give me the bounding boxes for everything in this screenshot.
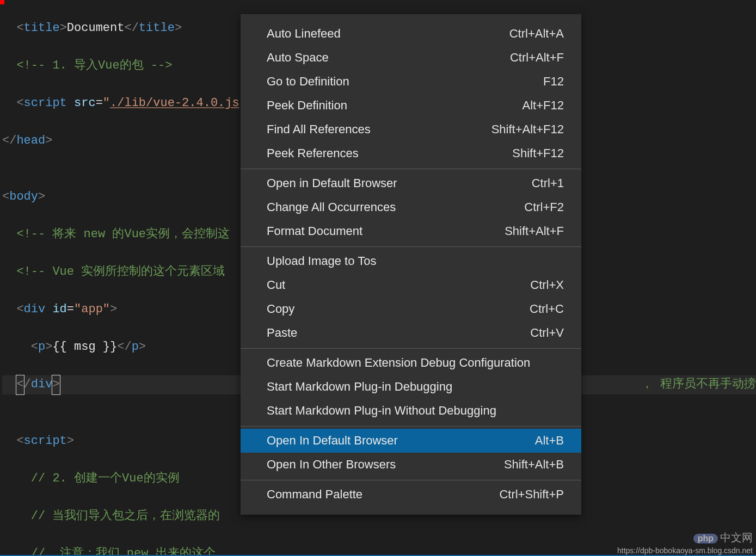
menu-item-open-in-default-browser[interactable]: Open In Default BrowserAlt+B: [241, 429, 581, 453]
menu-item-label: Copy: [267, 302, 294, 316]
menu-item-label: Upload Image to Tos: [267, 254, 376, 268]
menu-item-auto-space[interactable]: Auto SpaceCtrl+Alt+F: [241, 46, 581, 70]
menu-item-label: Find All References: [267, 122, 371, 137]
menu-item-shortcut: Ctrl+Alt+A: [509, 27, 564, 41]
cursor: <: [16, 375, 24, 395]
menu-item-label: Create Markdown Extension Debug Configur…: [267, 356, 530, 370]
menu-item-shortcut: Ctrl+X: [530, 278, 564, 292]
menu-item-label: Auto Linefeed: [267, 27, 341, 41]
menu-item-shortcut: Shift+Alt+F12: [491, 122, 564, 137]
menu-item-cut[interactable]: CutCtrl+X: [241, 273, 581, 297]
menu-item-label: Paste: [267, 326, 297, 340]
watermark: php中文网: [693, 530, 753, 545]
menu-item-upload-image-to-tos[interactable]: Upload Image to Tos: [241, 249, 581, 273]
menu-item-change-all-occurrences[interactable]: Change All OccurrencesCtrl+F2: [241, 195, 581, 219]
menu-item-shortcut: Shift+F12: [512, 146, 564, 160]
menu-item-shortcut: Ctrl+1: [532, 176, 564, 190]
menu-item-peek-definition[interactable]: Peek DefinitionAlt+F12: [241, 94, 581, 118]
menu-item-label: Cut: [267, 278, 285, 292]
footer-url: https://dpb-bobokaoya-sm.blog.csdn.net: [617, 546, 753, 555]
menu-item-label: Open In Default Browser: [267, 434, 398, 448]
menu-item-shortcut: Shift+Alt+B: [504, 458, 564, 472]
menu-separator: [241, 246, 581, 247]
code-comment-overflow: ， 程序员不再手动搒: [641, 375, 756, 392]
menu-item-peek-references[interactable]: Peek ReferencesShift+F12: [241, 141, 581, 165]
menu-separator: [241, 348, 581, 349]
menu-item-open-in-default-browser[interactable]: Open in Default BrowserCtrl+1: [241, 171, 581, 195]
menu-item-start-markdown-plug-in-without-debugging[interactable]: Start Markdown Plug-in Without Debugging: [241, 399, 581, 423]
menu-item-label: Start Markdown Plug-in Without Debugging: [267, 404, 496, 418]
menu-item-shortcut: Ctrl+V: [530, 326, 564, 340]
menu-item-find-all-references[interactable]: Find All ReferencesShift+Alt+F12: [241, 118, 581, 141]
menu-item-label: Go to Definition: [267, 75, 349, 89]
php-logo-badge: php: [693, 534, 718, 543]
menu-item-format-document[interactable]: Format DocumentShift+Alt+F: [241, 219, 581, 243]
menu-item-shortcut: Shift+Alt+F: [505, 224, 564, 238]
menu-item-shortcut: Ctrl+Shift+P: [499, 487, 564, 502]
menu-item-open-in-other-browsers[interactable]: Open In Other BrowsersShift+Alt+B: [241, 453, 581, 477]
menu-item-label: Change All Occurrences: [267, 200, 396, 214]
menu-separator: [241, 169, 581, 169]
menu-item-label: Peek References: [267, 146, 359, 160]
menu-separator: [241, 480, 581, 480]
menu-item-shortcut: Alt+F12: [523, 98, 564, 113]
menu-item-start-markdown-plug-in-debugging[interactable]: Start Markdown Plug-in Debugging: [241, 375, 581, 399]
matching-bracket: >: [52, 375, 60, 395]
menu-item-auto-linefeed[interactable]: Auto LinefeedCtrl+Alt+A: [241, 22, 581, 46]
menu-item-create-markdown-extension-debug-configuration[interactable]: Create Markdown Extension Debug Configur…: [241, 351, 581, 375]
menu-item-shortcut: Alt+B: [535, 434, 564, 448]
menu-item-label: Start Markdown Plug-in Debugging: [267, 380, 452, 394]
menu-item-paste[interactable]: PasteCtrl+V: [241, 321, 581, 345]
menu-item-command-palette[interactable]: Command PaletteCtrl+Shift+P: [241, 483, 581, 506]
menu-item-shortcut: F12: [543, 75, 564, 89]
menu-item-go-to-definition[interactable]: Go to DefinitionF12: [241, 70, 581, 94]
menu-item-copy[interactable]: CopyCtrl+C: [241, 297, 581, 321]
menu-item-shortcut: Ctrl+F2: [524, 200, 564, 214]
menu-separator: [241, 426, 581, 427]
menu-item-shortcut: Ctrl+Alt+F: [510, 51, 564, 65]
menu-item-label: Auto Space: [267, 51, 329, 65]
menu-item-label: Peek Definition: [267, 98, 347, 113]
context-menu[interactable]: Auto LinefeedCtrl+Alt+AAuto SpaceCtrl+Al…: [241, 14, 581, 515]
menu-item-shortcut: Ctrl+C: [530, 302, 564, 316]
watermark-text: 中文网: [720, 532, 753, 543]
menu-item-label: Command Palette: [267, 487, 362, 502]
menu-item-label: Open In Other Browsers: [267, 458, 396, 472]
menu-item-label: Open in Default Browser: [267, 176, 397, 190]
menu-item-label: Format Document: [267, 224, 362, 238]
